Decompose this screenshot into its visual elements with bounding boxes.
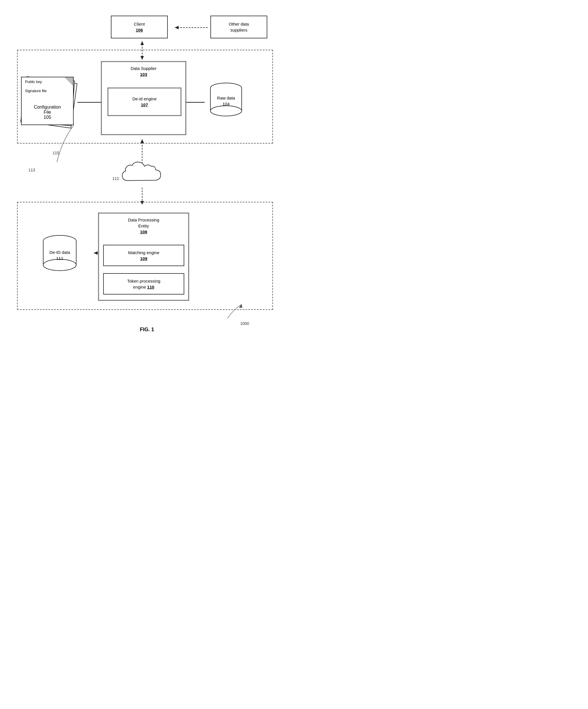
deid-data-label: De-ID data111 [49,249,70,261]
svg-marker-1 [175,26,179,29]
config-file-doc: Public key Signature file ConfigurationF… [21,77,74,125]
deid-data-cylinder: De-ID data111 [40,233,80,273]
matching-engine-label: Matching engine109 [128,250,159,262]
ref-113: 113 [28,168,35,172]
other-suppliers-label: Other datasuppliers [229,21,249,33]
config-file-label: ConfigurationFile105 [34,105,61,120]
deid-engine-box: De-id engine107 [107,87,181,116]
ref-115: 115 [53,151,59,155]
data-processing-label: Data ProcessingEntity108 [99,217,188,235]
public-key-label-top: Public key [25,80,42,84]
ref-112: 112 [112,176,119,181]
signature-file-label: Signature file [25,89,47,93]
data-supplier-label: Data Supplier103 [102,65,185,77]
other-suppliers-box: Other datasuppliers [210,16,267,38]
raw-data-label: Raw data104 [217,95,235,107]
raw-data-cylinder: Raw data104 [208,81,245,118]
ref-1000: 1000 [240,321,249,326]
deid-engine-label: De-id engine107 [132,96,156,108]
data-supplier-box: Data Supplier103 De-id engine107 [101,61,186,135]
matching-engine-box: Matching engine109 [103,245,184,266]
token-engine-box: Token processingengine 110 [103,273,184,294]
fig-caption: FIG. 1 [140,326,154,333]
client-box: Client 106 [111,16,168,38]
svg-marker-3 [140,41,144,45]
diagram: Client 106 Other datasuppliers Data Supp… [0,0,294,341]
svg-point-21 [210,106,242,116]
token-engine-label: Token processingengine 110 [127,278,160,290]
data-processing-box: Data ProcessingEntity108 Matching engine… [98,213,189,301]
cloud-shape [120,159,165,188]
client-label: Client 106 [134,21,145,33]
